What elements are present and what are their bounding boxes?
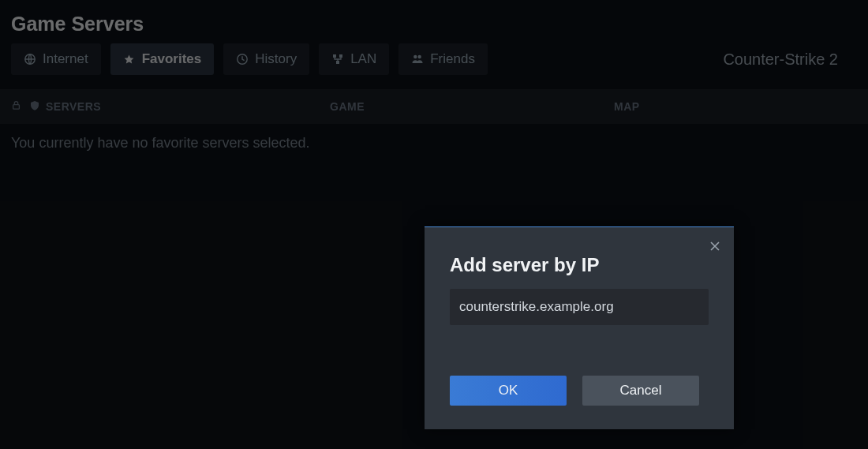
table-header: SERVERS GAME MAP [0, 89, 868, 124]
ok-button[interactable]: OK [450, 376, 567, 406]
lan-icon [331, 53, 344, 65]
tabs-row: Internet Favorites History LAN Friends C… [0, 43, 868, 75]
svg-rect-3 [339, 54, 342, 58]
friends-icon [411, 53, 424, 65]
shield-icon [29, 100, 40, 114]
svg-point-6 [418, 55, 421, 58]
tab-history[interactable]: History [223, 43, 309, 75]
col-header-game[interactable]: GAME [330, 100, 614, 113]
tab-label: LAN [350, 51, 376, 67]
svg-rect-7 [13, 105, 20, 110]
tab-label: History [255, 51, 297, 67]
tab-internet[interactable]: Internet [11, 43, 101, 75]
dialog-title: Add server by IP [425, 227, 734, 289]
page-title: Game Servers [0, 0, 868, 43]
server-ip-input[interactable] [450, 289, 709, 325]
tab-label: Favorites [142, 51, 202, 67]
tab-favorites[interactable]: Favorites [110, 43, 215, 75]
col-header-map[interactable]: MAP [614, 100, 857, 113]
tab-friends[interactable]: Friends [398, 43, 488, 75]
tab-lan[interactable]: LAN [319, 43, 389, 75]
add-server-dialog: Add server by IP OK Cancel [425, 226, 734, 429]
svg-point-5 [413, 55, 417, 58]
cancel-button[interactable]: Cancel [582, 376, 699, 406]
lock-icon [11, 100, 21, 113]
globe-icon [24, 53, 36, 65]
close-icon[interactable] [707, 238, 723, 254]
tab-label: Internet [43, 51, 88, 67]
svg-rect-2 [333, 54, 336, 58]
star-icon [123, 53, 136, 65]
empty-state-message: You currently have no favorite servers s… [0, 124, 868, 163]
current-game-label[interactable]: Counter-Strike 2 [723, 51, 857, 69]
clock-icon [236, 53, 249, 65]
col-header-servers[interactable]: SERVERS [46, 100, 330, 113]
svg-rect-4 [336, 61, 339, 64]
tab-label: Friends [430, 51, 475, 67]
